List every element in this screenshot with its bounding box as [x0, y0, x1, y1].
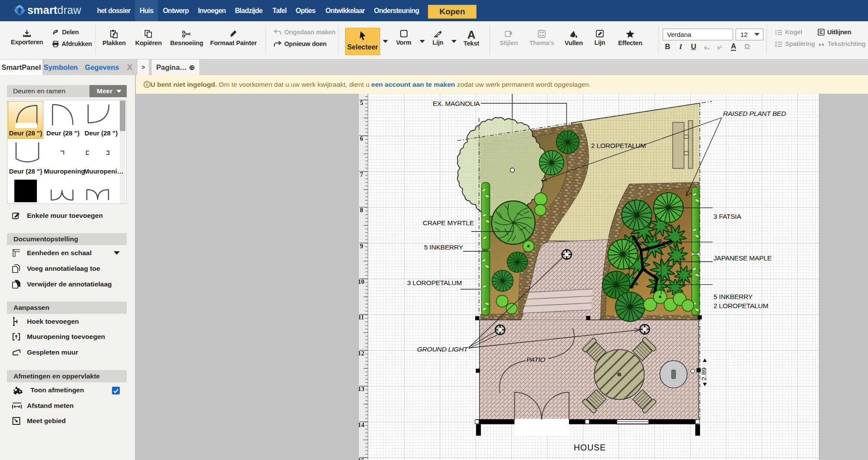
svg-text:5 INKBERRY: 5 INKBERRY	[424, 243, 463, 251]
svg-text:PATIO: PATIO	[526, 356, 545, 363]
svg-text:RAISED PLANT BED: RAISED PLANT BED	[723, 110, 786, 117]
svg-text:3 LOROPETALUM: 3 LOROPETALUM	[407, 279, 462, 286]
svg-text:13: 13	[358, 385, 365, 392]
svg-text:JAPANESE MAPLE: JAPANESE MAPLE	[713, 254, 772, 262]
svg-text:HOUSE: HOUSE	[574, 443, 606, 452]
svg-text:7: 7	[360, 171, 363, 178]
svg-text:5: 5	[360, 99, 363, 106]
svg-text:5 INKBERRY: 5 INKBERRY	[713, 293, 753, 300]
svg-text:2 LOROPETALUM: 2 LOROPETALUM	[713, 302, 768, 309]
svg-text:2.89: 2.89	[700, 368, 707, 381]
svg-text:15: 15	[358, 457, 365, 460]
svg-text:8: 8	[360, 207, 363, 214]
svg-text:2 LOROPETALUM: 2 LOROPETALUM	[591, 142, 646, 149]
svg-text:9: 9	[360, 243, 363, 250]
svg-text:11: 11	[358, 314, 364, 321]
svg-text:12: 12	[358, 350, 365, 357]
svg-text:EX. MAGNOLIA: EX. MAGNOLIA	[433, 100, 480, 107]
svg-text:14: 14	[358, 421, 365, 428]
svg-text:CRAPE MYRTLE: CRAPE MYRTLE	[423, 219, 474, 227]
svg-text:3 FATSIA: 3 FATSIA	[713, 213, 741, 220]
svg-text:10: 10	[358, 278, 365, 285]
svg-text:GROUND LIGHT: GROUND LIGHT	[417, 345, 468, 353]
svg-text:6: 6	[360, 135, 363, 142]
